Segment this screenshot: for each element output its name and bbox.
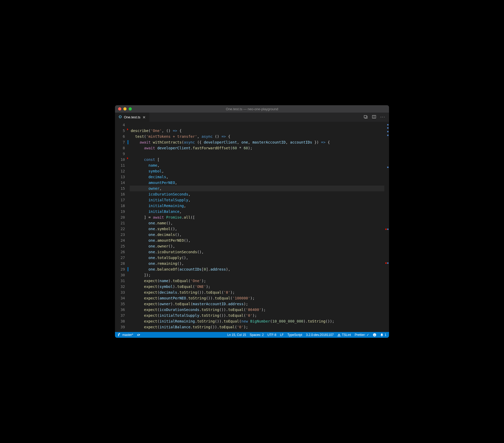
line-number-gutter: 4567891011121314151617181920212223242526…	[115, 122, 130, 332]
svg-point-5	[375, 334, 376, 335]
code-line[interactable]: await developerClient.fastForwardOffset(…	[130, 145, 384, 151]
code-line[interactable]: describe('One', () => {	[130, 128, 384, 134]
minimap-marker	[387, 127, 388, 129]
eol-status[interactable]: LF	[280, 333, 284, 337]
compare-changes-icon[interactable]	[364, 115, 368, 120]
code-line[interactable]: decimals,	[130, 174, 384, 180]
code-line[interactable]	[130, 151, 384, 157]
code-line[interactable]: one.owner(),	[130, 243, 384, 249]
minimap-marker	[387, 135, 388, 136]
code-line[interactable]: symbol,	[130, 168, 384, 174]
minimap-marker	[385, 262, 387, 264]
more-actions-icon[interactable]: ···	[380, 115, 385, 120]
line-number: 33	[115, 289, 125, 295]
code-line[interactable]: test('mintTokens + transfer', async () =…	[130, 134, 384, 139]
code-line[interactable]: icoDurationSeconds,	[130, 191, 384, 197]
line-number: 5	[115, 128, 125, 134]
code-line[interactable]: one.decimals(),	[130, 232, 384, 238]
window-minimize-button[interactable]	[123, 107, 127, 110]
line-number: 34	[115, 295, 125, 301]
code-line[interactable]: initialBalance,	[130, 209, 384, 214]
code-line[interactable]: name,	[130, 162, 384, 168]
code-line[interactable]: one.amountPerNEO(),	[130, 238, 384, 243]
code-line[interactable]: expect(name).toEqual('One');	[130, 278, 384, 284]
line-number: 32	[115, 284, 125, 289]
line-number: 38	[115, 318, 125, 324]
typescript-version[interactable]: 3.2.0-dev.20181107	[306, 333, 334, 337]
code-line[interactable]: ]);	[130, 272, 384, 278]
line-number: 12	[115, 168, 125, 174]
minimap[interactable]	[384, 122, 389, 332]
feedback-icon[interactable]	[373, 333, 376, 337]
code-line[interactable]: expect(initialBalance.toString()).toEqua…	[130, 324, 384, 330]
git-branch-status[interactable]: master*	[118, 333, 133, 337]
code-line[interactable]: expect(initialTotalSupply.toString()).to…	[130, 313, 384, 318]
prettier-status[interactable]: Prettier: ✓	[355, 333, 369, 337]
line-number: 6	[115, 134, 125, 139]
tab-close-icon[interactable]: ✕	[142, 115, 146, 119]
code-line[interactable]: expect(symbol).toEqual('ONE');	[130, 284, 384, 289]
code-line[interactable]: one.totalSupply(),	[130, 255, 384, 261]
code-line[interactable]: expect(initialRemaining.toString()).toEq…	[130, 318, 384, 324]
code-line[interactable]: const [	[130, 157, 384, 162]
sync-button[interactable]	[137, 333, 140, 337]
tab-one-test-ts[interactable]: One.test.ts ✕	[115, 113, 149, 122]
svg-point-3	[373, 333, 376, 336]
code-line[interactable]: one.symbol(),	[130, 226, 384, 232]
code-line[interactable]: owner,	[130, 186, 384, 191]
line-number: 11	[115, 162, 125, 168]
code-editor[interactable]: 4567891011121314151617181920212223242526…	[115, 122, 389, 332]
window-maximize-button[interactable]	[129, 107, 132, 110]
svg-point-4	[374, 334, 374, 335]
line-number: 4	[115, 122, 125, 128]
line-number: 17	[115, 197, 125, 203]
encoding-status[interactable]: UTF-8	[267, 333, 276, 337]
cursor-position[interactable]: Ln 15, Col 15	[227, 333, 246, 337]
minimap-marker	[387, 167, 388, 168]
code-line[interactable]: ] = await Promise.all([	[130, 214, 384, 220]
minimap-marker	[387, 131, 388, 132]
language-status[interactable]: TypeScript	[287, 333, 302, 337]
line-number: 24	[115, 238, 125, 243]
status-bar: master* Ln 15, Col 15 Spaces: 2 UTF-8 LF…	[115, 332, 389, 338]
code-line[interactable]: await withContracts(async ({ developerCl…	[130, 139, 384, 145]
line-number: 13	[115, 174, 125, 180]
minimap-marker	[387, 124, 388, 125]
notifications-status[interactable]: 1	[380, 333, 386, 337]
minimap-marker	[387, 262, 388, 264]
code-line[interactable]: expect(icoDurationSeconds.toString()).to…	[130, 307, 384, 313]
code-line[interactable]: expect(decimals.toString()).toEqual('8')…	[130, 289, 384, 295]
code-line[interactable]: one.balanceOf(accountIDs[0].address),	[130, 266, 384, 272]
code-content[interactable]: describe('One', () => { test('mintTokens…	[130, 122, 384, 332]
code-line[interactable]: initialTotalSupply,	[130, 197, 384, 203]
window-title: One.test.ts — neo-one-playground	[115, 107, 389, 111]
line-number: 14	[115, 180, 125, 186]
code-line[interactable]: one.remaining(),	[130, 261, 384, 266]
line-number: 23	[115, 232, 125, 238]
code-line[interactable]: initialRemaining,	[130, 203, 384, 209]
line-number: 35	[115, 301, 125, 307]
line-number: 28	[115, 261, 125, 266]
line-number: 21	[115, 220, 125, 226]
line-number: 18	[115, 203, 125, 209]
code-line[interactable]: one.icoDurationSeconds(),	[130, 249, 384, 255]
editor-window: One.test.ts — neo-one-playground One.tes…	[115, 105, 389, 338]
line-number: 30	[115, 272, 125, 278]
code-line[interactable]: expect(owner).toEqual(masterAccountID.ad…	[130, 301, 384, 307]
typescript-test-icon	[118, 115, 122, 120]
title-bar[interactable]: One.test.ts — neo-one-playground	[115, 105, 389, 113]
tslint-status[interactable]: TSLint	[337, 333, 351, 337]
code-line[interactable]: amountPerNEO,	[130, 180, 384, 186]
tab-label: One.test.ts	[124, 115, 140, 119]
window-close-button[interactable]	[118, 107, 121, 110]
indent-status[interactable]: Spaces: 2	[250, 333, 264, 337]
split-editor-icon[interactable]	[372, 115, 376, 120]
minimap-marker	[385, 229, 387, 230]
line-number: 26	[115, 249, 125, 255]
code-line[interactable]	[130, 122, 384, 128]
line-number: 9	[115, 151, 125, 157]
line-number: 16	[115, 191, 125, 197]
code-line[interactable]: expect(amountPerNEO.toString()).toEqual(…	[130, 295, 384, 301]
code-line[interactable]: one.name(),	[130, 220, 384, 226]
line-number: 10	[115, 157, 125, 162]
